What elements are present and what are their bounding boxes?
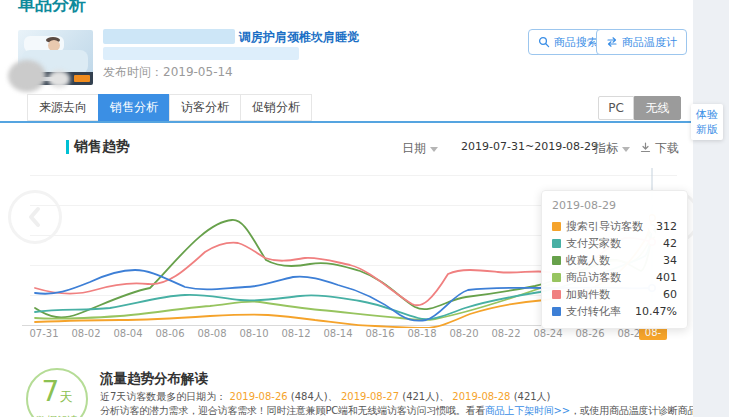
censored-title-segment xyxy=(103,29,235,44)
insight-line1-prefix: 近7天访客数最多的日期为： xyxy=(100,391,230,402)
badge-days: 7天 xyxy=(28,375,86,414)
x-axis-tick: 08-26 xyxy=(573,328,607,339)
insight-line2: 分析访客的潜力需求，迎合访客需求！同时注意兼顾PC端和无线端访客访问习惯哦。看看… xyxy=(100,404,729,417)
x-axis-tick: 08-20 xyxy=(447,328,481,339)
x-axis-tick: 08-04 xyxy=(111,328,145,339)
insight-date-count: (484人) xyxy=(288,391,328,402)
censored-subtitle-segment xyxy=(103,47,299,60)
tab-promotion-analysis[interactable]: 促销分析 xyxy=(240,94,312,121)
page-title: 单品分析 xyxy=(18,0,86,16)
page-root: 单品分析 调房护肩颈椎坎肩睡觉 发布时间：2019-05-14 商品搜索 商品温… xyxy=(0,0,729,417)
tooltip-metric-value: 34 xyxy=(663,254,677,267)
tab-visitor-analysis[interactable]: 访客分析 xyxy=(169,94,241,121)
search-icon xyxy=(538,36,550,48)
product-thermometer-label: 商品温度计 xyxy=(622,35,677,50)
tooltip-date: 2019-08-29 xyxy=(552,199,677,212)
metric-dropdown[interactable]: 指标 xyxy=(594,140,630,157)
product-thermometer-button[interactable]: 商品温度计 xyxy=(596,29,687,55)
insight-date-separator: 、 xyxy=(439,391,452,402)
legend-color-swatch xyxy=(552,307,561,316)
tooltip-metric-label: 收藏人数 xyxy=(566,253,610,268)
toggle-wireless-button[interactable]: 无线 xyxy=(634,96,681,120)
insight-date-count: (421人) xyxy=(510,391,550,402)
x-axis: 07-3108-0208-0408-0608-0808-1008-1208-14… xyxy=(0,328,693,344)
tooltip-metric-label: 支付买家数 xyxy=(566,236,621,251)
x-axis-tick: 08-22 xyxy=(489,328,523,339)
new-version-line2: 新版 xyxy=(691,122,723,137)
new-version-line1: 体验 xyxy=(691,107,723,122)
tooltip-row: 支付转化率10.47% xyxy=(552,303,677,320)
insight-date: 2019-08-27 xyxy=(341,391,399,402)
chevron-down-icon xyxy=(622,147,630,152)
tooltip-metric-value: 60 xyxy=(663,288,677,301)
download-label: 下载 xyxy=(655,140,679,157)
new-version-button[interactable]: 体验 新版 xyxy=(691,104,723,140)
product-search-label: 商品搜索 xyxy=(554,35,598,50)
x-axis-tick: 08-06 xyxy=(153,328,187,339)
insight-date-count: (421人) xyxy=(399,391,439,402)
tab-source-destination[interactable]: 来源去向 xyxy=(27,94,99,121)
tooltip-metric-value: 401 xyxy=(656,271,677,284)
x-axis-tick: 07-31 xyxy=(27,328,61,339)
photo-caption-badge xyxy=(74,75,90,82)
date-dropdown[interactable]: 日期 xyxy=(402,140,438,157)
tooltip-row: 支付买家数42 xyxy=(552,235,677,252)
chart-tooltip: 2019-08-29 搜索引导访客数312支付买家数42收藏人数34商品访客数4… xyxy=(541,190,688,329)
tooltip-row: 加购件数60 xyxy=(552,286,677,303)
exchange-icon xyxy=(606,36,618,48)
insight-top-dates: 2019-08-26 (484人)、 2019-08-27 (421人)、 20… xyxy=(230,391,551,402)
tooltip-row: 收藏人数34 xyxy=(552,252,677,269)
section-accent-bar xyxy=(66,140,69,154)
chevron-down-icon xyxy=(430,147,438,152)
tooltip-metric-label: 支付转化率 xyxy=(566,304,621,319)
analysis-tabs: 来源去向销售分析访客分析促销分析 xyxy=(28,94,312,121)
x-axis-tick: 08-10 xyxy=(237,328,271,339)
date-dropdown-label: 日期 xyxy=(402,140,426,157)
tooltip-metric-label: 搜索引导访客数 xyxy=(566,219,643,234)
tooltip-metric-value: 42 xyxy=(663,237,677,250)
insight-line2-text1: 分析访客的潜力需求，迎合访客需求！同时注意兼顾PC端和无线端访客访问习惯哦。看看 xyxy=(100,405,485,416)
blurred-avatar xyxy=(8,60,46,92)
publish-time: 发布时间：2019-05-14 xyxy=(103,64,233,81)
tab-sales-analysis[interactable]: 销售分析 xyxy=(98,94,170,121)
legend-color-swatch xyxy=(552,222,561,231)
tooltip-metric-label: 加购件数 xyxy=(566,287,610,302)
tooltip-row: 搜索引导访客数312 xyxy=(552,218,677,235)
insight-line1: 近7天访客数最多的日期为： 2019-08-26 (484人)、 2019-08… xyxy=(100,390,551,404)
product-title-link[interactable]: 调房护肩颈椎坎肩睡觉 xyxy=(239,29,359,46)
download-icon xyxy=(640,142,651,156)
insight-heading: 流量趋势分布解读 xyxy=(100,370,208,388)
sales-trend-chart: 07-3108-0208-0408-0608-0808-1008-1208-14… xyxy=(0,168,693,350)
device-toggle: PC 无线 xyxy=(598,96,681,120)
chevron-left-icon xyxy=(31,209,38,225)
legend-color-swatch xyxy=(552,239,561,248)
date-range-value[interactable]: 2019-07-31~2019-08-29 xyxy=(461,140,598,153)
section-title: 销售趋势 xyxy=(74,138,130,156)
download-button[interactable]: 下载 xyxy=(640,140,679,157)
toggle-pc-button[interactable]: PC xyxy=(598,96,634,120)
x-axis-tick: 08-08 xyxy=(195,328,229,339)
x-axis-tick: 08-14 xyxy=(321,328,355,339)
carousel-prev-button[interactable] xyxy=(8,190,62,244)
x-axis-tick: 08-18 xyxy=(405,328,439,339)
insight-days-badge: 7天 数据解读 xyxy=(26,368,88,417)
x-axis-tick: 08-02 xyxy=(69,328,103,339)
tabs-underline xyxy=(0,121,693,123)
page-scroll-gutter xyxy=(693,0,729,417)
x-axis-tick: 08-24 xyxy=(531,328,565,339)
tooltip-metric-value: 312 xyxy=(656,220,677,233)
shelf-time-link[interactable]: 商品上下架时间>> xyxy=(485,405,570,416)
tooltip-row: 商品访客数401 xyxy=(552,269,677,286)
insight-date: 2019-08-26 xyxy=(230,391,288,402)
tooltip-metric-value: 10.47% xyxy=(635,305,677,318)
insight-date: 2019-08-28 xyxy=(452,391,510,402)
insight-date-separator: 、 xyxy=(328,391,341,402)
tooltip-rows: 搜索引导访客数312支付买家数42收藏人数34商品访客数401加购件数60支付转… xyxy=(552,218,677,320)
x-axis-tick: 08-12 xyxy=(279,328,313,339)
legend-color-swatch xyxy=(552,256,561,265)
legend-color-swatch xyxy=(552,290,561,299)
metric-dropdown-label: 指标 xyxy=(594,140,618,157)
tooltip-metric-label: 商品访客数 xyxy=(566,270,621,285)
x-axis-tick: 08-16 xyxy=(363,328,397,339)
legend-color-swatch xyxy=(552,273,561,282)
